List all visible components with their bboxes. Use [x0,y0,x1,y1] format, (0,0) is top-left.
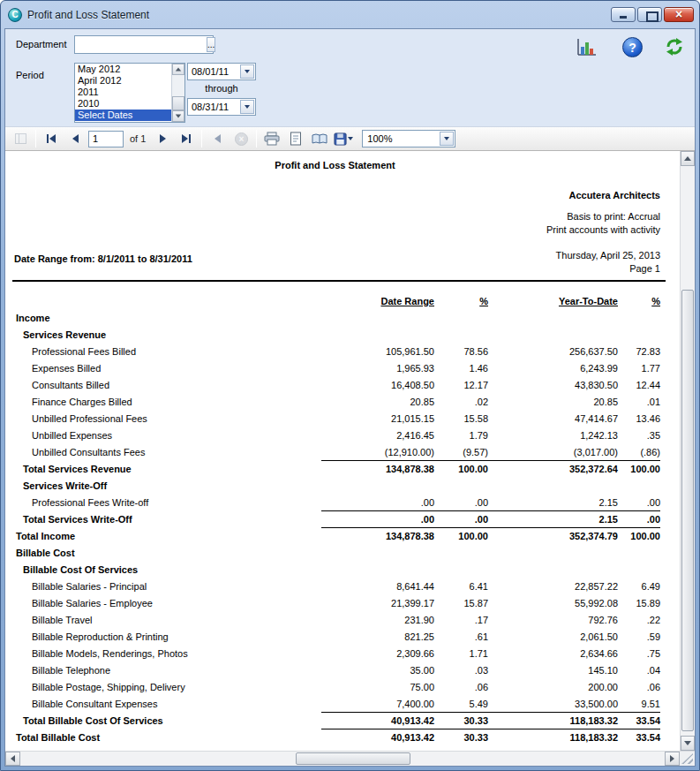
help-icon[interactable] [622,37,643,57]
export-dropdown-icon[interactable] [348,137,353,140]
period-listbox[interactable]: May 2012April 201220112010Select Dates [75,64,171,122]
row-value: 9.51 [618,699,660,709]
printer-icon [264,132,280,146]
report-basis: Basis to print: Accrual [567,211,660,222]
row-label: Consultants Billed [14,380,321,390]
department-browse-button[interactable]: ... [207,37,215,52]
horizontal-scroll-track[interactable] [20,752,665,766]
row-value: 118,183.32 [488,732,618,743]
horizontal-scrollbar[interactable] [5,751,695,766]
zoom-select[interactable]: 100% [362,130,455,147]
titlebar[interactable]: Profit and Loss Statement [1,1,699,26]
period-option[interactable]: May 2012 [75,64,171,75]
refresh-icon[interactable] [664,36,685,57]
period-option[interactable]: Select Dates [75,110,171,121]
last-page-button[interactable] [176,129,197,148]
date-from-picker[interactable]: 08/01/11 [187,63,256,80]
report-row: Billable Reproduction & Printing821.25.6… [14,628,660,645]
department-input[interactable] [75,36,206,53]
export-button[interactable] [333,129,354,148]
period-option[interactable]: 2010 [75,98,171,110]
horizontal-scroll-thumb[interactable] [296,752,410,765]
listbox-scroll-track[interactable] [172,75,184,110]
prev-page-icon [72,134,79,143]
report-company: Accutera Architects [568,190,660,200]
report-table-body: IncomeServices RevenueProfessional Fees … [14,309,660,745]
close-button[interactable] [664,7,694,22]
arrow-right-icon [670,755,674,762]
row-value: 256,637.50 [488,346,618,357]
row-value: 30.33 [434,715,488,726]
row-label: Total Income [14,531,321,541]
zoom-dropdown-icon[interactable] [440,132,454,146]
row-value: 33.54 [618,715,660,726]
vertical-scrollbar[interactable] [680,151,695,751]
back-button[interactable] [207,129,228,148]
scroll-up-button[interactable] [681,151,695,166]
toolbar-separator [256,130,257,147]
listbox-scroll-thumb[interactable] [172,96,184,110]
department-field[interactable]: ... [74,35,214,54]
row-value: .06 [434,682,488,692]
scroll-right-button[interactable] [665,752,680,766]
row-label: Billable Salaries - Employee [14,598,321,608]
date-to-picker[interactable]: 08/31/11 [187,98,256,116]
report-row: Total Services Write-Off.00.002.15.00 [14,510,660,527]
page-setup-button[interactable] [309,129,330,148]
date-from-dropdown-icon[interactable] [240,64,254,79]
minimize-button[interactable] [611,7,636,22]
print-button[interactable] [261,129,282,148]
report-row: Billable Cost [14,544,660,561]
row-label: Billable Consultant Expenses [14,699,321,709]
row-value: .01 [618,397,660,407]
period-option[interactable]: 2011 [75,87,171,98]
row-label: Total Services Write-Off [14,514,321,525]
row-value: 21,399.17 [321,598,434,608]
filter-panel: Department ... [5,29,695,126]
listbox-scroll-up-icon[interactable] [172,64,184,75]
vertical-scroll-track[interactable] [681,166,695,736]
report-row: Unbilled Professional Fees21,015.1515.58… [14,410,660,427]
print-layout-button[interactable] [285,129,306,148]
row-value: 200.00 [488,682,618,692]
row-value: .00 [434,514,488,525]
vertical-scroll-thumb[interactable] [681,290,694,731]
page-number-input[interactable] [88,131,124,147]
report-row: Professional Fees Billed105,961.5078.562… [14,343,660,359]
next-page-button[interactable] [152,129,173,148]
row-label: Professional Fees Write-off [14,497,321,508]
resize-grip[interactable] [680,752,695,766]
stop-button[interactable] [230,129,252,148]
window-body: Department ... [4,28,696,767]
chart-icon[interactable] [575,35,598,58]
row-value: 33.54 [618,732,660,743]
row-value: (9.57) [434,447,488,457]
page-icon [290,132,302,146]
period-option[interactable]: April 2012 [75,75,171,87]
column-header-pct-1: % [434,296,488,306]
row-value: 792.76 [488,615,618,625]
row-value: 5.49 [434,699,488,709]
row-value: 20.85 [321,397,434,407]
listbox-scroll-down-icon[interactable] [172,110,184,122]
row-value: 15.89 [618,598,660,608]
row-label: Billable Telephone [14,665,321,676]
row-value: 55,992.08 [488,598,618,608]
row-value: .00 [434,497,488,508]
row-value: 134,878.38 [321,464,434,474]
maximize-button[interactable] [637,7,662,22]
row-value: 47,414.67 [488,413,618,424]
department-label: Department [16,39,66,49]
period-listbox-scrollbar[interactable] [171,64,184,122]
scroll-left-button[interactable] [5,752,20,766]
period-listbox-container: May 2012April 201220112010Select Dates [74,63,185,123]
date-to-dropdown-icon[interactable] [240,100,254,114]
toggle-group-tree-button[interactable] [10,129,31,148]
report-row: Total Income134,878.38100.00352,374.7910… [14,527,660,544]
scroll-down-button[interactable] [681,736,695,751]
row-label: Total Billable Cost Of Services [14,715,321,726]
row-label: Professional Fees Billed [14,346,321,357]
first-page-button[interactable] [41,129,62,148]
row-value: (3,017.00) [488,447,618,457]
prev-page-button[interactable] [64,129,86,148]
